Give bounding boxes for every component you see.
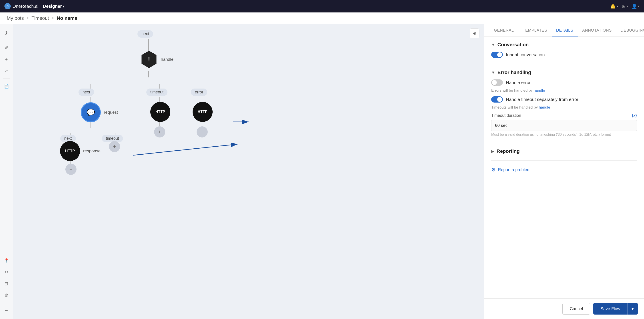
- node-request[interactable]: 💬 request: [81, 102, 118, 122]
- node-http-error[interactable]: HTTP: [192, 102, 212, 122]
- tab-templates[interactable]: TEMPLATES: [518, 24, 552, 36]
- brand: O OneReach.ai: [4, 3, 38, 9]
- location-icon: 📍: [4, 258, 9, 263]
- reporting-header[interactable]: ▶ Reporting: [491, 148, 637, 154]
- location-button[interactable]: 📍: [2, 256, 11, 266]
- handle-timeout-toggle[interactable]: [491, 96, 503, 102]
- conversation-header[interactable]: ▼ Conversation: [491, 42, 637, 48]
- request-node: 💬: [81, 102, 101, 122]
- report-problem-text: Report a problem: [498, 167, 530, 172]
- timeout-duration-badge[interactable]: {x}: [632, 114, 637, 118]
- add-error-node[interactable]: +: [196, 126, 208, 138]
- handle-error-link[interactable]: handle: [534, 88, 545, 92]
- handle-error-label: Handle error: [506, 80, 530, 85]
- reporting-title: Reporting: [496, 148, 520, 154]
- collapse-sidebar-button[interactable]: ❯: [2, 28, 11, 37]
- grid-button[interactable]: ⊞ ▾: [622, 4, 628, 9]
- add-timeout-node[interactable]: +: [154, 126, 165, 138]
- timeout-duration-hint: Must be a valid duration using timestrin…: [491, 132, 637, 136]
- app-title-dropdown[interactable]: Designer ▾: [43, 4, 65, 9]
- next-top-label: next: [138, 30, 153, 38]
- panel-tabs: GENERAL TEMPLATES DETAILS ANNOTATIONS DE…: [484, 24, 644, 36]
- tab-general[interactable]: GENERAL: [490, 24, 518, 36]
- handle-error-toggle[interactable]: [491, 80, 503, 86]
- handle-text-label: handle: [161, 57, 174, 62]
- main-layout: ❯ ↺ + ⤢ 📄 📍 ✂ ⊟ 🗑 −: [0, 24, 644, 319]
- cancel-button[interactable]: Cancel: [562, 303, 590, 314]
- add-error-btn[interactable]: +: [196, 126, 208, 138]
- refresh-icon: ↺: [5, 46, 8, 50]
- notification-icon: 🔔: [610, 4, 616, 9]
- response-text-label: response: [83, 148, 100, 154]
- trash-icon: 🗑: [4, 293, 8, 298]
- node-handle[interactable]: ! handle: [140, 51, 174, 68]
- timeout-duration-input[interactable]: [491, 120, 637, 131]
- sidebar-divider-2: [3, 78, 10, 79]
- tab-debugging[interactable]: DEBUGGING: [616, 24, 644, 36]
- trash-button[interactable]: 🗑: [2, 290, 11, 300]
- error-handling-chevron: ▼: [491, 70, 495, 75]
- tab-details[interactable]: DETAILS: [552, 24, 578, 36]
- request-text-label: request: [104, 110, 118, 115]
- add-response-node[interactable]: +: [66, 164, 76, 175]
- canvas[interactable]: next ! handle next timeout error: [13, 24, 484, 319]
- note-button[interactable]: 📄: [2, 82, 11, 91]
- inherit-conversation-row: Inherit conversation: [491, 52, 637, 58]
- timeout-duration-label: Timeout duration: [491, 113, 521, 118]
- error-mid-label: error: [191, 88, 207, 96]
- error-handling-header[interactable]: ▼ Error handling: [491, 70, 637, 76]
- save-flow-dropdown-button[interactable]: ▾: [627, 303, 638, 314]
- breadcrumb-mybots[interactable]: My bots: [7, 15, 24, 21]
- save-flow-button[interactable]: Save Flow: [593, 303, 627, 314]
- next-mid-label: next: [78, 88, 94, 96]
- right-panel: GENERAL TEMPLATES DETAILS ANNOTATIONS DE…: [484, 24, 644, 319]
- add-node-button[interactable]: +: [2, 54, 11, 64]
- report-problem-row[interactable]: ⚙ Report a problem: [491, 165, 637, 174]
- section-divider-2: [491, 143, 637, 143]
- scissors-button[interactable]: ✂: [2, 267, 11, 277]
- layout-button[interactable]: ⊟: [2, 279, 11, 288]
- zoom-out-button[interactable]: −: [2, 306, 11, 316]
- grid-dropdown: ▾: [626, 4, 628, 8]
- note-icon: 📄: [4, 84, 9, 89]
- section-conversation: ▼ Conversation Inherit conversation: [491, 42, 637, 58]
- request-icon: 💬: [87, 108, 95, 116]
- add-timeout-bot-node[interactable]: +: [109, 141, 120, 152]
- add-timeout-bot-btn[interactable]: +: [109, 141, 120, 152]
- user-button[interactable]: 👤 ▾: [632, 4, 640, 9]
- node-next-mid[interactable]: next: [78, 88, 94, 96]
- left-sidebar: ❯ ↺ + ⤢ 📄 📍 ✂ ⊟ 🗑 −: [0, 24, 13, 319]
- section-error-handling: ▼ Error handling Handle error Errors wil…: [491, 70, 637, 136]
- node-timeout-mid[interactable]: timeout: [146, 88, 168, 96]
- collapse-icon: ❯: [5, 30, 8, 35]
- target-icon: ⊕: [473, 31, 476, 36]
- nav-left: O OneReach.ai Designer ▾: [4, 3, 64, 9]
- conversation-title: Conversation: [498, 42, 529, 48]
- error-handling-title: Error handling: [498, 70, 531, 76]
- node-error-mid[interactable]: error: [191, 88, 207, 96]
- expand-button[interactable]: ⤢: [2, 66, 11, 76]
- expand-icon: ⤢: [5, 68, 8, 74]
- refresh-button[interactable]: ↺: [2, 43, 11, 53]
- notification-button[interactable]: 🔔 ▾: [610, 4, 618, 9]
- breadcrumb-timeout[interactable]: Timeout: [32, 15, 49, 21]
- tab-annotations[interactable]: ANNOTATIONS: [578, 24, 616, 36]
- top-nav: O OneReach.ai Designer ▾ 🔔 ▾ ⊞ ▾ 👤 ▾: [0, 0, 644, 12]
- node-http-response[interactable]: HTTP response: [60, 141, 100, 161]
- node-next-top[interactable]: next: [138, 30, 153, 38]
- handle-timeout-link[interactable]: handle: [539, 105, 550, 110]
- add-response-btn[interactable]: +: [66, 164, 76, 175]
- add-timeout-btn[interactable]: +: [154, 126, 165, 138]
- inherit-conversation-toggle[interactable]: [491, 52, 503, 58]
- panel-footer: Cancel Save Flow ▾: [484, 298, 644, 319]
- app-title: Designer: [43, 4, 62, 9]
- handle-icon: !: [148, 56, 150, 63]
- handle-timeout-row: Handle timeout separately from error: [491, 96, 637, 102]
- target-control-button[interactable]: ⊕: [470, 28, 480, 38]
- node-http-timeout[interactable]: HTTP: [150, 102, 170, 122]
- minus-icon: −: [5, 308, 8, 314]
- add-icon: +: [5, 56, 8, 62]
- brand-logo: O: [4, 3, 11, 9]
- layout-icon: ⊟: [4, 281, 8, 286]
- user-dropdown: ▾: [638, 4, 640, 8]
